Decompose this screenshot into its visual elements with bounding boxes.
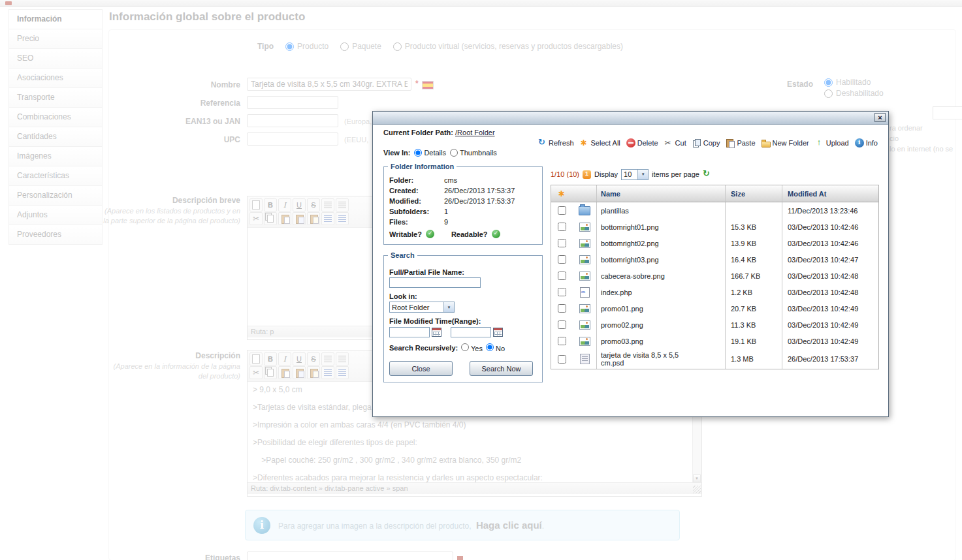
file-row[interactable]: promo01.png20.7 KB03/Dec/2013 10:42:49 <box>551 300 878 317</box>
file-row[interactable]: cabecera-sobre.png166.7 KB03/Dec/2013 10… <box>551 268 878 284</box>
recursive-label: Search Recursively: <box>389 344 458 352</box>
file-icon-cell <box>573 284 596 300</box>
new-folder-button[interactable]: New Folder <box>762 138 809 148</box>
select-all-header-cell[interactable] <box>551 185 573 202</box>
row-checkbox-cell <box>551 219 573 235</box>
search-buttons-row: Close Search Now <box>389 361 537 376</box>
file-row[interactable]: promo02.png11.3 KB03/Dec/2013 10:42:49 <box>551 317 878 333</box>
details-radio[interactable] <box>414 149 422 157</box>
date-from-input[interactable] <box>389 327 430 337</box>
view-in-label: View In: <box>383 149 410 157</box>
file-name[interactable]: bottomright03.png <box>596 251 725 268</box>
size-column-header[interactable]: Size <box>725 185 782 202</box>
calendar-icon[interactable] <box>432 328 441 337</box>
screen: InformaciónPrecioSEOAsociacionesTranspor… <box>0 0 962 560</box>
file-table: Name Size Modified At plantillas11/Dec/2… <box>551 185 879 369</box>
search-now-button[interactable]: Search Now <box>470 361 533 376</box>
folder-info-label: Modified: <box>389 196 444 206</box>
date-from-group <box>389 327 441 337</box>
recursive-no-label: No <box>496 345 505 352</box>
close-icon[interactable] <box>874 113 886 122</box>
close-button[interactable]: Close <box>389 361 453 376</box>
file-row[interactable]: bottomright03.png16.4 KB03/Dec/2013 10:4… <box>551 251 878 268</box>
refresh-icon <box>537 138 547 148</box>
items-per-page-select[interactable]: 10 <box>621 169 649 180</box>
fm-left-panel: Folder Information Folder:cmsCreated:26/… <box>383 166 543 393</box>
recursive-yes-radio[interactable] <box>461 343 469 351</box>
modified-range-label: File Modified Time(Range): <box>389 317 537 325</box>
cut-button[interactable]: Cut <box>664 138 686 148</box>
view-in-row: View In: Details Thumbnails <box>383 149 497 157</box>
reload-list-icon[interactable] <box>703 170 712 179</box>
file-name[interactable]: cabecera-sobre.png <box>596 268 725 284</box>
file-name[interactable]: promo02.png <box>596 317 725 333</box>
look-in-select[interactable]: Root Folder <box>389 302 455 313</box>
date-to-input[interactable] <box>451 327 491 337</box>
file-name[interactable]: bottomright01.png <box>596 219 725 235</box>
upload-button[interactable]: Upload <box>815 138 849 148</box>
image-icon <box>579 272 590 281</box>
first-page-icon[interactable] <box>583 170 591 179</box>
recursive-no-radio[interactable] <box>486 343 494 351</box>
row-checkbox[interactable] <box>558 304 566 313</box>
select-all-button[interactable]: Select All <box>580 138 620 148</box>
folder-information-box: Folder Information Folder:cmsCreated:26/… <box>383 166 543 245</box>
recursive-yes-option[interactable]: Yes <box>461 343 483 352</box>
row-checkbox[interactable] <box>558 355 566 364</box>
file-name[interactable]: bottomright02.png <box>596 235 725 251</box>
file-row[interactable]: bottomright02.png13.9 KB03/Dec/2013 10:4… <box>551 235 878 251</box>
view-thumbnails-option[interactable]: Thumbnails <box>450 149 497 157</box>
modified-range-row <box>389 327 537 337</box>
row-checkbox-cell <box>551 202 573 219</box>
paste-button[interactable]: Paste <box>726 138 755 148</box>
thumbnails-radio[interactable] <box>450 149 458 157</box>
folder-info-row: Subfolders:1 <box>389 206 537 217</box>
view-details-option[interactable]: Details <box>414 149 446 157</box>
file-size: 1.3 MB <box>725 349 782 369</box>
file-name[interactable]: promo01.png <box>596 300 725 317</box>
row-checkbox[interactable] <box>558 288 566 296</box>
file-size: 16.4 KB <box>725 251 782 268</box>
copy-button[interactable]: Copy <box>692 138 720 148</box>
row-checkbox[interactable] <box>558 223 566 231</box>
row-checkbox[interactable] <box>558 272 566 280</box>
file-row[interactable]: promo03.png19.1 KB03/Dec/2013 10:42:49 <box>551 333 878 349</box>
refresh-button[interactable]: Refresh <box>537 138 574 148</box>
file-modified: 03/Dec/2013 10:42:46 <box>782 235 877 251</box>
file-name-input[interactable] <box>389 277 481 288</box>
folder-info-value: 9 <box>444 217 448 227</box>
row-checkbox[interactable] <box>558 320 566 329</box>
file-size: 11.3 KB <box>725 317 782 333</box>
delete-button[interactable]: Delete <box>626 138 658 148</box>
calendar-icon[interactable] <box>493 328 503 337</box>
row-checkbox[interactable] <box>558 337 566 345</box>
file-name[interactable]: plantillas <box>596 202 725 219</box>
file-modified: 11/Dec/2013 13:23:46 <box>782 202 877 219</box>
modified-column-header[interactable]: Modified At <box>782 185 877 202</box>
folder-info-row: Created:26/Dec/2013 17:53:37 <box>389 185 537 196</box>
items-per-page-value: 10 <box>622 170 637 178</box>
name-column-header[interactable]: Name <box>596 185 725 202</box>
row-checkbox[interactable] <box>558 239 566 247</box>
file-name[interactable]: index.php <box>596 284 725 300</box>
upload-button-label: Upload <box>826 139 849 147</box>
details-radio-label: Details <box>424 149 446 157</box>
info-button[interactable]: Info <box>855 138 878 148</box>
dialog-titlebar[interactable] <box>373 112 888 125</box>
row-checkbox-cell <box>551 251 573 268</box>
folder-info-value: 26/Dec/2013 17:53:37 <box>444 196 515 206</box>
paste-button-label: Paste <box>737 139 755 147</box>
search-recursively-row: Search Recursively: Yes No <box>389 343 537 352</box>
file-row[interactable]: bottomright01.png15.3 KB03/Dec/2013 10:4… <box>551 219 878 235</box>
current-folder-path: Current Folder Path: /Root Folder <box>383 129 495 136</box>
row-checkbox[interactable] <box>558 206 566 215</box>
root-folder-link[interactable]: /Root Folder <box>455 129 495 136</box>
file-row[interactable]: index.php1.2 KB03/Dec/2013 10:42:48 <box>551 284 878 300</box>
file-name[interactable]: promo03.png <box>596 333 725 349</box>
file-row[interactable]: tarjeta de visita 8,5 x 5,5 cm.psd1.3 MB… <box>551 349 878 369</box>
pagination-bar: 1/10 (10) Display 10 items per page <box>551 168 879 181</box>
recursive-no-option[interactable]: No <box>486 343 505 352</box>
row-checkbox[interactable] <box>558 255 566 264</box>
file-row[interactable]: plantillas11/Dec/2013 13:23:46 <box>551 202 878 219</box>
file-name[interactable]: tarjeta de visita 8,5 x 5,5 cm.psd <box>596 349 725 369</box>
